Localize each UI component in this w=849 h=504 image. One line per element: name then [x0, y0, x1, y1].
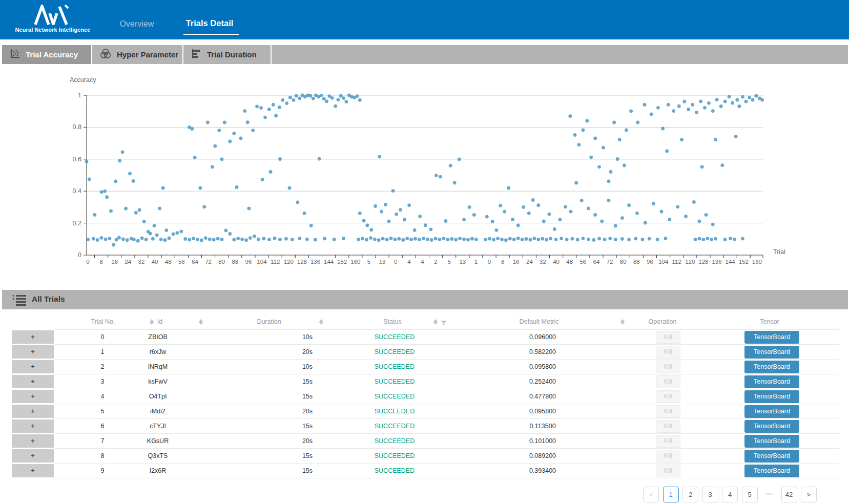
page-button-4[interactable]: 4 [722, 487, 738, 502]
col-header-default-metric[interactable]: Default Metric [519, 318, 558, 325]
scatter-point [309, 224, 313, 227]
scatter-point [309, 94, 313, 98]
x-tick-label: 2 [434, 259, 437, 265]
tensorboard-button[interactable]: TensorBoard [744, 435, 799, 448]
scatter-point [323, 237, 326, 241]
scatter-point [278, 157, 282, 161]
x-tick-label: 160 [350, 259, 360, 265]
scatter-point [525, 237, 528, 241]
expand-row-button[interactable]: + [12, 360, 54, 373]
page-button-2[interactable]: 2 [682, 487, 698, 502]
scatter-point [179, 229, 183, 233]
scatter-point [714, 138, 717, 141]
tensorboard-button[interactable]: TensorBoard [744, 375, 799, 388]
col-header-status[interactable]: Status [383, 318, 401, 325]
col-header-duration[interactable]: Duration [257, 318, 281, 325]
kill-button[interactable]: Kill [656, 390, 680, 403]
tensorboard-button[interactable]: TensorBoard [744, 420, 799, 433]
filter-icon[interactable] [441, 319, 447, 328]
tensorboard-button[interactable]: TensorBoard [744, 390, 799, 403]
sort-icon[interactable] [199, 319, 203, 325]
cell-default-metric: 0.089200 [529, 449, 556, 464]
expand-row-button[interactable]: + [12, 405, 54, 418]
x-tick-label: 4 [421, 259, 424, 265]
page-button-42[interactable]: 42 [781, 487, 797, 502]
cell-id: ksFwV [148, 374, 168, 389]
kill-button[interactable]: Kill [656, 331, 680, 344]
scatter-point [474, 238, 478, 241]
cell-default-metric: 0.252400 [529, 374, 556, 389]
kill-button[interactable]: Kill [656, 405, 680, 418]
page-button-1[interactable]: 1 [663, 487, 679, 502]
scatter-point [223, 121, 226, 124]
expand-row-button[interactable]: + [12, 419, 54, 433]
page-prev-button[interactable]: < [643, 487, 659, 502]
scatter-point [263, 116, 267, 119]
col-header-tensor: Tensor [760, 318, 779, 325]
cell-trial-no: 9 [101, 464, 105, 478]
kill-button[interactable]: Kill [656, 361, 680, 373]
expand-row-button[interactable]: + [12, 345, 54, 359]
scatter-point [262, 237, 265, 241]
scatter-point [325, 100, 328, 103]
scatter-point [683, 100, 687, 103]
expand-row-button[interactable]: + [12, 375, 54, 388]
tensorboard-button[interactable]: TensorBoard [744, 331, 799, 344]
kill-button[interactable]: Kill [656, 420, 680, 433]
tensorboard-button[interactable]: TensorBoard [744, 450, 799, 463]
scatter-point [434, 237, 438, 241]
kill-button[interactable]: Kill [656, 375, 680, 388]
scatter-point [720, 163, 724, 167]
page-button-5[interactable]: 5 [742, 487, 758, 502]
scatter-point [472, 213, 476, 217]
x-tick-label: 13 [459, 259, 466, 265]
scatter-point [365, 224, 369, 227]
scatter-point [389, 237, 393, 240]
kill-button[interactable]: Kill [656, 346, 680, 359]
scatter-point [407, 203, 411, 207]
scatter-point [529, 238, 532, 242]
expand-row-button[interactable]: + [12, 434, 54, 448]
scatter-point [391, 189, 395, 193]
expand-row-button[interactable]: + [12, 449, 54, 463]
scatter-point [542, 220, 546, 223]
kill-button[interactable]: Kill [656, 450, 680, 463]
table-row: +5iMdi220sSUCCEEDED0.095800KillTensorBoa… [0, 404, 849, 419]
page-button-3[interactable]: 3 [702, 487, 718, 502]
y-tick-label: 0.8 [73, 123, 81, 131]
scatter-point [377, 238, 381, 242]
x-tick-label: 136 [712, 259, 721, 265]
table-row: +0ZBIOB10sSUCCEEDED0.096000KillTensorBoa… [0, 330, 849, 345]
sort-icon[interactable] [433, 319, 438, 325]
tensorboard-button[interactable]: TensorBoard [744, 465, 799, 477]
col-header-trial-no-[interactable]: Trial No. [91, 318, 115, 325]
scatter-point [312, 97, 315, 100]
page-next-button[interactable]: > [801, 487, 817, 502]
tensorboard-button[interactable]: TensorBoard [744, 346, 799, 359]
scatter-point [278, 238, 282, 241]
tensorboard-button[interactable]: TensorBoard [744, 405, 799, 418]
x-tick-label: 0 [86, 259, 89, 265]
sort-icon[interactable] [150, 319, 154, 325]
kill-button[interactable]: Kill [656, 435, 680, 448]
expand-row-button[interactable]: + [12, 464, 54, 477]
sort-icon[interactable] [319, 319, 323, 325]
scatter-point [620, 237, 624, 241]
expand-row-button[interactable]: + [12, 330, 54, 344]
scatter-point [191, 127, 194, 131]
scatter-point [418, 238, 421, 241]
scatter-point [418, 215, 422, 218]
scatter-point [446, 238, 450, 241]
scatter-point [569, 210, 573, 214]
scatter-point [409, 238, 413, 241]
expand-row-button[interactable]: + [12, 390, 54, 403]
scatter-point [330, 96, 334, 100]
tensorboard-button[interactable]: TensorBoard [744, 361, 799, 373]
col-header-id[interactable]: Id [157, 318, 162, 325]
scatter-point [729, 237, 732, 240]
scatter-point [394, 238, 397, 241]
scatter-point [192, 237, 195, 240]
cell-duration: 15s [302, 419, 313, 434]
kill-button[interactable]: Kill [656, 465, 680, 477]
sort-icon[interactable] [620, 319, 625, 325]
